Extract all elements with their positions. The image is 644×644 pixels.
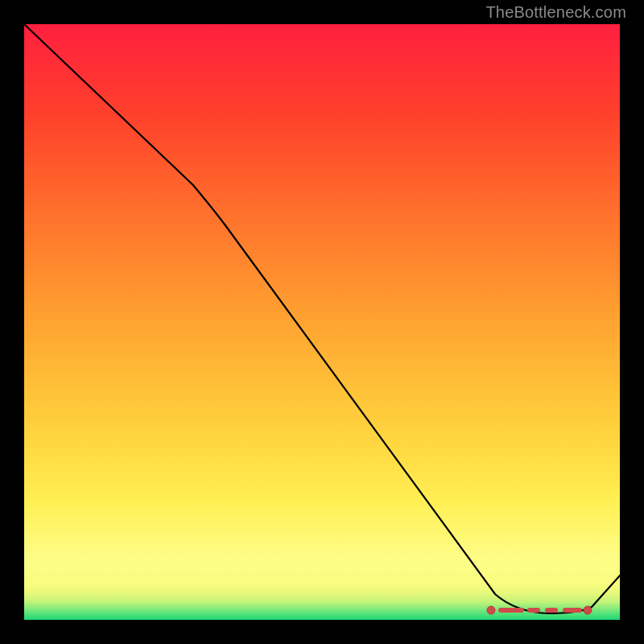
attribution-text: TheBottleneck.com bbox=[485, 3, 626, 22]
chart-plot-area bbox=[24, 24, 620, 620]
marker-dot bbox=[584, 606, 592, 614]
bottleneck-curve-svg bbox=[24, 24, 620, 620]
bottleneck-curve-line bbox=[24, 24, 620, 613]
marker-dot bbox=[487, 606, 495, 614]
